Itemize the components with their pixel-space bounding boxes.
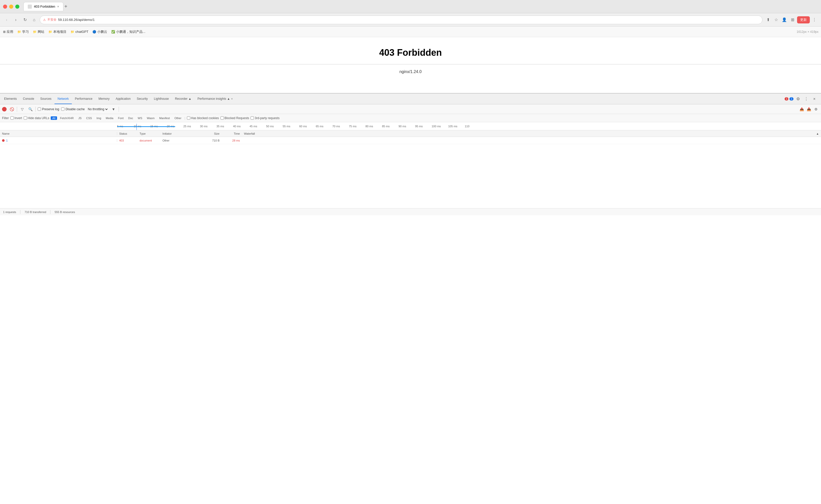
bookmark-xiaopeng-cloud[interactable]: 🔵 小鹏云 (92, 30, 107, 34)
new-tab-button[interactable]: + (64, 4, 67, 9)
menu-button[interactable]: ⋮ (811, 16, 818, 23)
share-button[interactable]: ⬆ (764, 16, 772, 23)
devtools-close-button[interactable]: × (811, 95, 818, 103)
nav-actions: ⬆ ☆ 👤 ⊞ 更新 ⋮ (764, 16, 818, 23)
toolbar-right: 📤 📥 ⚙ (799, 106, 819, 112)
filter-type-img[interactable]: Img (95, 116, 103, 120)
clear-button[interactable]: 🚫 (9, 106, 15, 112)
throttle-select[interactable]: No throttling Slow 3G Fast 3G (87, 107, 108, 111)
close-traffic-light[interactable] (3, 5, 7, 9)
tab-application[interactable]: Application (113, 94, 134, 104)
maximize-traffic-light[interactable] (15, 5, 19, 9)
disable-cache-label: Disable cache (65, 107, 85, 111)
tab-elements-label: Elements (4, 97, 17, 101)
filter-type-css[interactable]: CSS (85, 116, 93, 120)
tab-sources[interactable]: Sources (37, 94, 54, 104)
devtools-settings-button[interactable]: ⚙ (795, 95, 802, 103)
tl-35ms: 35 ms (216, 125, 233, 128)
disable-cache-checkbox[interactable]: Disable cache (61, 107, 85, 111)
tab-perf-insights-label: Performance insights ▲ (198, 97, 230, 101)
blocked-requests-input[interactable] (220, 116, 224, 120)
address-bar[interactable]: ⚠ 不安全 59.110.68.26/api/demo/1 (40, 16, 762, 24)
tab-memory[interactable]: Memory (95, 94, 113, 104)
filter-type-manifest[interactable]: Manifest (158, 116, 171, 120)
back-button[interactable]: ‹ (3, 16, 10, 23)
check-icon: ✅ (111, 30, 115, 34)
hide-data-urls-checkbox[interactable]: Hide data URLs (24, 116, 49, 120)
bookmark-apps[interactable]: ⊞ 应用 (3, 30, 13, 34)
profile-button[interactable]: 👤 (781, 16, 788, 23)
blocked-requests-checkbox[interactable]: Blocked Requests (220, 116, 249, 120)
tab-perf-insights[interactable]: Performance insights ▲ × (194, 94, 236, 104)
filter-type-js[interactable]: JS (77, 116, 83, 120)
tab-elements[interactable]: Elements (1, 94, 20, 104)
filter-type-all[interactable]: All (51, 116, 57, 120)
th-time[interactable]: Time (221, 132, 242, 135)
hide-data-urls-input[interactable] (24, 116, 27, 120)
table-row[interactable]: 1 403 document Other 710 B 28 ms (0, 137, 821, 144)
folder-icon: 📁 (17, 30, 21, 34)
bookmark-website[interactable]: 📁 网站 (33, 30, 44, 34)
status-transferred: 710 B transferred (24, 211, 46, 214)
invert-input[interactable] (10, 116, 14, 120)
tab-performance-label: Performance (75, 97, 92, 101)
preserve-log-checkbox[interactable]: Preserve log (38, 107, 59, 111)
dimension-text: 1612px × 419px (797, 30, 818, 34)
bookmark-local[interactable]: 📁 本地项目 (48, 30, 66, 34)
tl-55ms: 55 ms (283, 125, 299, 128)
minimize-traffic-light[interactable] (9, 5, 13, 9)
forward-button[interactable]: › (12, 16, 19, 23)
th-name[interactable]: Name (0, 132, 117, 135)
bookmark-study[interactable]: 📁 学习 (17, 30, 29, 34)
filter-type-other[interactable]: Other (173, 116, 183, 120)
timeline-ruler: 5 ms 10 ms 15 ms 20 ms 25 ms 30 ms 35 ms… (0, 122, 821, 130)
has-blocked-cookies-checkbox[interactable]: Has blocked cookies (187, 116, 219, 120)
tab-network[interactable]: Network (54, 94, 72, 104)
home-button[interactable]: ⌂ (31, 16, 38, 23)
bookmark-chatgpt[interactable]: 📁 chatGPT (71, 30, 88, 34)
th-type[interactable]: Type (137, 132, 160, 135)
filter-type-wasm[interactable]: Wasm (145, 116, 156, 120)
invert-checkbox[interactable]: Invert (10, 116, 22, 120)
third-party-checkbox[interactable]: 3rd-party requests (250, 116, 279, 120)
tab-lighthouse[interactable]: Lighthouse (151, 94, 172, 104)
throttle-settings-button[interactable]: ▼ (110, 106, 117, 112)
devtools-more-button[interactable]: ⋮ (803, 95, 810, 103)
th-initiator[interactable]: Initiator (160, 132, 201, 135)
filter-icon-button[interactable]: ▽ (19, 106, 25, 112)
th-size[interactable]: Size (201, 132, 221, 135)
bookmark-button[interactable]: ☆ (773, 16, 780, 23)
tl-105ms: 105 ms (448, 125, 465, 128)
tab-close-button[interactable]: × (57, 5, 59, 8)
tab-console[interactable]: Console (20, 94, 37, 104)
filter-type-media[interactable]: Media (104, 116, 115, 120)
folder-icon-3: 📁 (48, 30, 52, 34)
extensions-button[interactable]: ⊞ (789, 16, 796, 23)
import-button[interactable]: 📤 (799, 106, 805, 112)
th-status[interactable]: Status (117, 132, 137, 135)
third-party-input[interactable] (250, 116, 254, 120)
filter-type-font[interactable]: Font (116, 116, 125, 120)
export-button[interactable]: 📥 (806, 106, 812, 112)
th-waterfall[interactable]: Waterfall ▲ (242, 132, 821, 135)
update-button[interactable]: 更新 (797, 16, 810, 23)
tab-perf-insights-close[interactable]: × (231, 97, 232, 100)
tab-security[interactable]: Security (134, 94, 151, 104)
preserve-log-input[interactable] (38, 107, 41, 111)
settings-gear-button[interactable]: ⚙ (813, 106, 819, 112)
browser-tab[interactable]: 403 Forbidden × (23, 2, 63, 11)
bookmark-xiaopeng-tong[interactable]: ✅ 小鹏通，知识产品... (111, 30, 145, 34)
tab-performance[interactable]: Performance (72, 94, 95, 104)
apps-icon: ⊞ (3, 30, 6, 34)
search-button[interactable]: 🔍 (27, 106, 33, 112)
filter-type-ws[interactable]: WS (136, 116, 144, 120)
tab-recorder[interactable]: Recorder ▲ (172, 94, 194, 104)
record-button[interactable] (2, 107, 7, 111)
tl-60ms: 60 ms (299, 125, 316, 128)
disable-cache-input[interactable] (61, 107, 64, 111)
reload-button[interactable]: ↻ (21, 16, 29, 23)
has-blocked-cookies-input[interactable] (187, 116, 190, 120)
filter-type-doc[interactable]: Doc (127, 116, 135, 120)
status-bar: 1 requests 710 B transferred 555 B resou… (0, 208, 821, 215)
filter-type-fetch-xhr[interactable]: Fetch/XHR (59, 116, 75, 120)
